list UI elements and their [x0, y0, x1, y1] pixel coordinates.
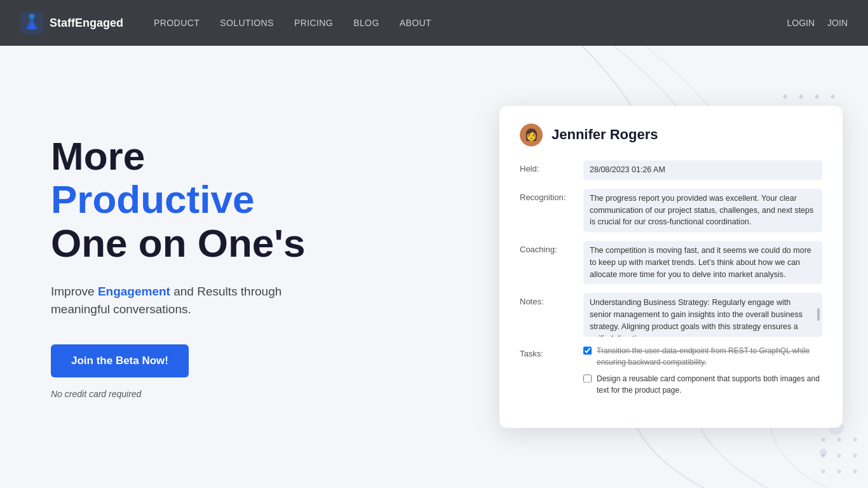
card-field-notes: Notes: Understanding Business Strategy: …: [520, 294, 822, 337]
field-value-held: 28/08/2023 01:26 AM: [583, 160, 822, 180]
field-label-coaching: Coaching:: [520, 241, 583, 254]
avatar: 👩: [520, 123, 543, 146]
nav-links: PRODUCT SOLUTIONS PRICING BLOG ABOUT: [154, 18, 787, 28]
card-field-recognition: Recognition: The progress report you pro…: [520, 189, 822, 232]
cta-button[interactable]: Join the Beta Now!: [51, 344, 189, 377]
hero-section: More Productive One on One's Improve Eng…: [0, 46, 868, 488]
logo-link[interactable]: StaffEngaged: [20, 11, 123, 34]
svg-point-6: [815, 95, 818, 98]
hero-content: More Productive One on One's Improve Eng…: [0, 97, 330, 437]
task-item-2: Design a reusable card component that su…: [583, 374, 822, 396]
join-link[interactable]: JOIN: [827, 18, 848, 28]
ui-card: 👩 Jennifer Rogers Held: 28/08/2023 01:26…: [499, 105, 843, 428]
svg-point-22: [853, 438, 857, 442]
tasks-container: Transition the user-data-endpoint from R…: [583, 346, 822, 402]
hero-subtitle: Improve Engagement and Results through m…: [51, 283, 318, 319]
logo-icon: [20, 11, 43, 34]
svg-point-20: [821, 438, 825, 442]
field-value-notes[interactable]: Understanding Business Strategy: Regular…: [583, 294, 822, 337]
card-field-coaching: Coaching: The competition is moving fast…: [520, 241, 822, 284]
task-item-1: Transition the user-data-endpoint from R…: [583, 346, 822, 369]
svg-point-27: [837, 470, 841, 473]
svg-point-5: [799, 95, 803, 98]
svg-rect-3: [29, 13, 34, 19]
svg-point-28: [853, 470, 857, 473]
field-label-held: Held:: [520, 160, 583, 173]
svg-point-26: [821, 470, 825, 473]
field-value-coaching: The competition is moving fast, and it s…: [583, 241, 822, 284]
task-text-2: Design a reusable card component that su…: [597, 374, 822, 396]
logo-text: StaffEngaged: [50, 17, 123, 30]
card-field-held: Held: 28/08/2023 01:26 AM: [520, 160, 822, 180]
subtitle-accent: Engagement: [98, 285, 170, 298]
card-header: 👩 Jennifer Rogers: [520, 123, 822, 146]
field-label-recognition: Recognition:: [520, 189, 583, 202]
subtitle-part1: Improve: [51, 285, 98, 298]
card-person-name: Jennifer Rogers: [552, 126, 658, 143]
task-checkbox-1[interactable]: [583, 347, 592, 355]
notes-text: Understanding Business Strategy: Regular…: [590, 299, 803, 337]
field-value-recognition: The progress report you provided was exc…: [583, 189, 822, 232]
nav-product[interactable]: PRODUCT: [154, 18, 200, 28]
svg-point-4: [783, 95, 787, 98]
field-label-tasks: Tasks:: [520, 346, 583, 359]
svg-point-23: [821, 454, 825, 458]
hero-title-part2: One on One's: [51, 221, 306, 265]
hero-card-wrapper: 👩 Jennifer Rogers Held: 28/08/2023 01:26…: [499, 105, 843, 428]
no-cc-label: No credit card required: [51, 389, 330, 399]
svg-point-7: [831, 95, 834, 98]
nav-solutions[interactable]: SOLUTIONS: [220, 18, 274, 28]
field-label-notes: Notes:: [520, 294, 583, 307]
nav-pricing[interactable]: PRICING: [294, 18, 333, 28]
svg-point-25: [853, 454, 857, 458]
hero-title: More Productive One on One's: [51, 135, 330, 265]
nav-right: LOGIN JOIN: [787, 18, 848, 28]
scroll-indicator: [817, 309, 820, 322]
svg-point-21: [837, 438, 841, 442]
hero-title-part1: More: [51, 134, 145, 178]
task-checkbox-2[interactable]: [583, 375, 592, 383]
card-field-tasks: Tasks: Transition the user-data-endpoint…: [520, 346, 822, 402]
hero-title-accent: Productive: [51, 177, 254, 221]
svg-point-24: [837, 454, 841, 458]
nav-about[interactable]: ABOUT: [400, 18, 431, 28]
nav-blog[interactable]: BLOG: [353, 18, 379, 28]
task-text-1: Transition the user-data-endpoint from R…: [597, 346, 822, 369]
login-link[interactable]: LOGIN: [787, 18, 815, 28]
navbar: StaffEngaged PRODUCT SOLUTIONS PRICING B…: [0, 0, 868, 46]
